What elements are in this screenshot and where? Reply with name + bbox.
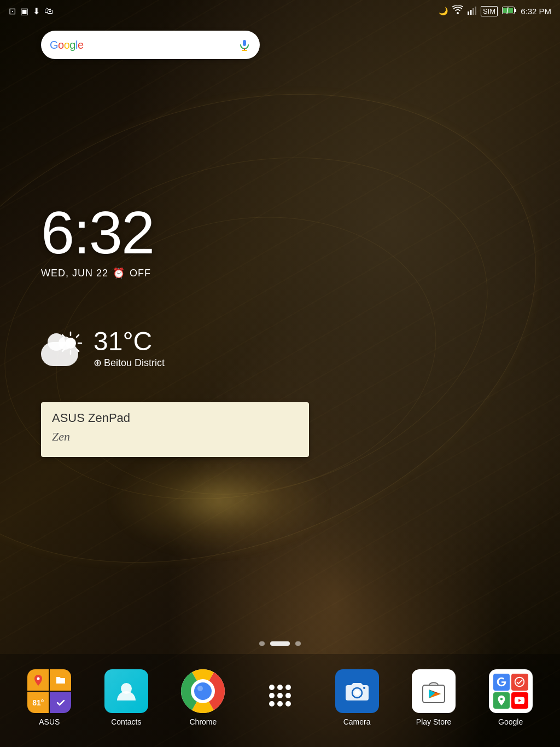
status-time: 6:32 PM: [521, 7, 551, 16]
drawer-dot-1: [269, 685, 275, 690]
contacts-icon: [104, 669, 148, 713]
alarm-icon: ⏰: [113, 267, 125, 279]
clock-time: 6:32: [41, 202, 154, 263]
weather-icon: [41, 331, 85, 366]
page-indicator-3[interactable]: [295, 641, 301, 646]
weather-info: 31°C ⊕ Beitou District: [94, 328, 165, 369]
app-drawer-icon: [258, 674, 302, 717]
chrome-icon: [181, 669, 225, 713]
status-indicators: 🌙 SIM 6:32: [439, 5, 551, 16]
svg-point-29: [363, 687, 365, 689]
sim-icon: SIM: [481, 6, 498, 16]
app-playstore[interactable]: Play Store: [412, 669, 456, 726]
playstore-icon: [412, 669, 456, 713]
svg-rect-0: [468, 11, 469, 15]
contacts-label: Contacts: [111, 717, 141, 726]
moon-icon: 🌙: [439, 7, 448, 15]
svg-point-11: [65, 338, 76, 349]
svg-point-20: [37, 677, 39, 680]
svg-point-28: [354, 690, 360, 696]
drawer-dot-9: [285, 701, 291, 707]
svg-line-19: [62, 349, 65, 351]
weather-location: ⊕ Beitou District: [94, 357, 165, 369]
drawer-dot-8: [277, 701, 283, 707]
drawer-dot-5: [277, 693, 283, 698]
chrome-label: Chrome: [190, 717, 217, 726]
drawer-grid: [262, 678, 298, 713]
battery-icon: [502, 7, 516, 16]
signal-icon: [468, 6, 476, 16]
app-google[interactable]: Google: [489, 669, 533, 726]
search-bar[interactable]: Google: [41, 31, 260, 59]
drawer-dot-2: [277, 685, 283, 690]
camera-icon: [335, 669, 379, 713]
svg-line-17: [77, 349, 79, 351]
status-bar: ⊡ ▣ ⬇ 🛍 🌙 SIM: [0, 0, 560, 22]
google-icon: [489, 669, 533, 713]
svg-line-16: [62, 335, 65, 337]
camera-label: Camera: [343, 717, 371, 726]
google-icon-blue: [493, 674, 510, 691]
note-title: ASUS ZenPad: [52, 411, 298, 425]
page-indicator-2[interactable]: [270, 641, 290, 646]
asus-cell-folder: [50, 669, 71, 691]
svg-point-25: [197, 686, 203, 691]
app-contacts[interactable]: Contacts: [104, 669, 148, 726]
dock: 81° ASUS Contacts: [0, 654, 560, 747]
app-asus[interactable]: 81° ASUS: [27, 669, 71, 726]
clock-date: WED, JUN 22 ⏰ OFF: [41, 267, 154, 279]
status-notifications: ⊡ ▣ ⬇ 🛍: [9, 6, 53, 16]
svg-rect-1: [470, 10, 472, 15]
page-indicator-1[interactable]: [259, 641, 265, 646]
google-icon-maps: [493, 692, 510, 709]
screenshot-icon: ⊡: [9, 6, 16, 16]
clock-widget: 6:32 WED, JUN 22 ⏰ OFF: [41, 202, 154, 279]
svg-point-24: [194, 682, 212, 700]
mic-icon[interactable]: [238, 38, 251, 51]
asus-cell-check: [50, 692, 71, 713]
download-icon: ⬇: [33, 6, 40, 16]
asus-label: ASUS: [39, 717, 60, 726]
weather-widget: 31°C ⊕ Beitou District: [41, 328, 165, 369]
google-label: Google: [498, 717, 523, 726]
svg-line-18: [77, 335, 79, 337]
svg-rect-3: [475, 7, 477, 15]
asus-cell-maps: [27, 669, 49, 691]
asus-cell-temperature: 81°: [27, 692, 49, 713]
note-content: Zen: [52, 430, 298, 444]
drawer-dot-4: [269, 693, 275, 698]
drawer-dot-3: [285, 685, 291, 690]
google-icon-red: [511, 674, 528, 691]
drawer-dot-6: [285, 693, 291, 698]
drawer-dot-7: [269, 701, 275, 707]
location-pin-icon: ⊕: [94, 357, 102, 369]
playstore-label: Play Store: [416, 717, 452, 726]
app-chrome[interactable]: Chrome: [181, 669, 225, 726]
wallpaper: [0, 0, 560, 747]
wifi-icon: [452, 5, 463, 16]
app-camera[interactable]: Camera: [335, 669, 379, 726]
weather-temperature: 31°C: [94, 328, 165, 355]
app-drawer-button[interactable]: [258, 674, 302, 722]
shopping-icon: 🛍: [44, 6, 53, 16]
svg-rect-8: [243, 40, 246, 46]
google-icon-youtube: [511, 692, 528, 709]
folder-icon: ▣: [20, 6, 28, 16]
note-widget[interactable]: ASUS ZenPad Zen: [41, 402, 309, 457]
svg-rect-2: [472, 8, 474, 15]
page-indicators: [0, 641, 560, 646]
google-logo: Google: [50, 39, 84, 51]
svg-rect-5: [515, 9, 516, 12]
asus-icon: 81°: [27, 669, 71, 713]
